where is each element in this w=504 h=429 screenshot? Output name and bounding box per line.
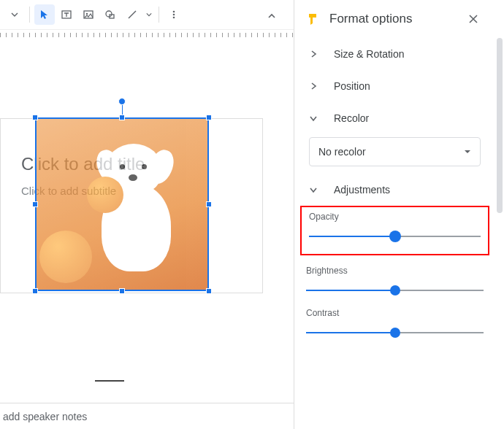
close-icon[interactable] bbox=[463, 9, 484, 29]
resize-handle-nw[interactable] bbox=[32, 115, 38, 120]
section-label: Recolor bbox=[334, 112, 369, 124]
opacity-label: Opacity bbox=[309, 212, 481, 222]
image-content bbox=[36, 118, 208, 290]
opacity-highlight-box: Opacity bbox=[300, 206, 489, 255]
separator bbox=[29, 7, 30, 23]
shape-tool-icon[interactable] bbox=[100, 4, 121, 25]
contrast-label: Contrast bbox=[306, 308, 484, 318]
resize-handle-w[interactable] bbox=[32, 201, 38, 207]
ruler bbox=[0, 29, 294, 38]
svg-point-7 bbox=[173, 17, 175, 19]
panel-header: Format options bbox=[294, 0, 495, 38]
editor-area: Click to add title Click to add subtitle bbox=[0, 0, 294, 429]
orange-illustration bbox=[39, 231, 92, 283]
svg-point-3 bbox=[106, 11, 112, 17]
speaker-notes[interactable]: add speaker notes bbox=[0, 403, 294, 429]
contrast-slider[interactable] bbox=[306, 325, 484, 340]
section-size-rotation[interactable]: Size & Rotation bbox=[294, 38, 495, 70]
panel-scrollbar[interactable] bbox=[497, 38, 503, 213]
dropdown-small-icon[interactable] bbox=[144, 4, 154, 25]
brightness-slider[interactable] bbox=[306, 283, 484, 298]
more-tools-icon[interactable] bbox=[164, 4, 184, 25]
recolor-value: No recolor bbox=[318, 146, 366, 158]
svg-point-6 bbox=[173, 14, 175, 16]
toolbar bbox=[0, 0, 294, 29]
selected-image[interactable] bbox=[36, 118, 208, 290]
collapse-toolbar-icon[interactable] bbox=[261, 6, 282, 26]
select-tool-icon[interactable] bbox=[34, 4, 55, 25]
resize-handle-sw[interactable] bbox=[32, 288, 38, 294]
section-adjustments[interactable]: Adjustments bbox=[294, 174, 495, 206]
slide-canvas[interactable]: Click to add title Click to add subtitle bbox=[0, 38, 294, 429]
dog-illustration bbox=[76, 144, 186, 282]
section-label: Position bbox=[334, 80, 370, 92]
textbox-tool-icon[interactable] bbox=[56, 4, 77, 25]
resize-handle-ne[interactable] bbox=[206, 115, 212, 120]
image-tool-icon[interactable] bbox=[78, 4, 99, 25]
resize-handle-n[interactable] bbox=[119, 115, 125, 120]
svg-point-5 bbox=[173, 11, 175, 13]
dropdown-icon bbox=[464, 148, 471, 155]
chevron-right-icon bbox=[309, 82, 321, 90]
format-options-icon bbox=[306, 12, 321, 26]
orange-illustration bbox=[87, 177, 123, 213]
chevron-down-icon bbox=[309, 114, 321, 123]
panel-title: Format options bbox=[329, 12, 463, 26]
resize-handle-se[interactable] bbox=[206, 288, 212, 294]
resize-handle-s[interactable] bbox=[119, 288, 125, 294]
section-recolor[interactable]: Recolor bbox=[294, 102, 495, 134]
section-position[interactable]: Position bbox=[294, 70, 495, 102]
divider-line bbox=[95, 380, 124, 382]
svg-point-2 bbox=[86, 13, 88, 15]
chevron-right-icon bbox=[309, 50, 321, 58]
rotation-handle[interactable] bbox=[118, 98, 126, 105]
section-label: Adjustments bbox=[334, 184, 390, 196]
chevron-down-icon bbox=[309, 185, 321, 194]
recolor-select[interactable]: No recolor bbox=[309, 137, 481, 166]
opacity-slider[interactable] bbox=[309, 229, 481, 244]
line-tool-icon[interactable] bbox=[122, 4, 142, 25]
dropdown-small-icon[interactable] bbox=[4, 4, 25, 25]
resize-handle-e[interactable] bbox=[206, 201, 212, 207]
brightness-label: Brightness bbox=[306, 266, 484, 276]
format-options-panel: Format options Size & Rotation Position … bbox=[294, 0, 503, 429]
section-label: Size & Rotation bbox=[334, 48, 405, 60]
separator bbox=[159, 7, 159, 23]
